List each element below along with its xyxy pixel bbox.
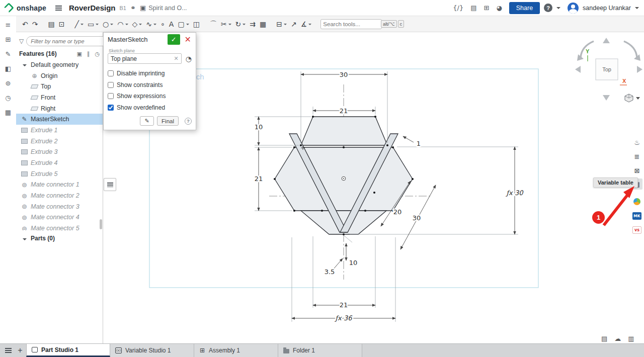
dialog-checkbox-row[interactable]: Disable imprinting (108, 68, 192, 79)
tool-caret-icon[interactable] (243, 24, 246, 27)
pattern-tool-icon[interactable]: ▦ (258, 18, 268, 31)
feature-list-icon[interactable]: ≡ (3, 19, 14, 30)
dim-30-slant[interactable]: 30 (413, 214, 421, 222)
document-tab[interactable]: Assembly 1 (194, 344, 278, 357)
main-menu-icon[interactable] (55, 6, 62, 11)
document-tab[interactable]: Folder 1 (278, 344, 362, 357)
tool-caret-icon[interactable] (284, 24, 287, 27)
user-menu-caret-icon[interactable] (635, 7, 639, 11)
layers-icon[interactable]: ≣ (631, 151, 642, 162)
close-button[interactable]: ✕ (183, 36, 193, 44)
text-tool-icon[interactable]: A (167, 18, 176, 31)
trim-tool-icon[interactable]: ✂ (219, 18, 233, 31)
rectangle-tool-icon[interactable]: ▭ (86, 18, 101, 31)
insert-image-icon[interactable]: ⊡ (57, 18, 67, 31)
top-trapezoid-profile[interactable] (301, 117, 387, 145)
app-store-icon[interactable]: ⊞ (484, 5, 489, 11)
undo-icon[interactable]: ↶ (20, 18, 30, 31)
measure-tool-icon[interactable]: ↗ (289, 18, 299, 31)
tool-caret-icon[interactable] (153, 24, 156, 27)
point-tool-icon[interactable]: ∘ (158, 18, 167, 31)
mates-icon[interactable]: ⊚ (3, 77, 14, 88)
feature-item[interactable]: Front (16, 92, 103, 103)
learning-center-icon[interactable]: ▤ (470, 5, 476, 11)
document-tab[interactable]: Part Studio 1 (26, 344, 110, 357)
dialog-checkbox[interactable] (108, 82, 114, 88)
dim-10-bottom[interactable]: 10 (349, 259, 358, 266)
configurations-icon[interactable]: ⊞ (3, 34, 14, 45)
feature-item[interactable]: Default geometry (16, 59, 103, 70)
user-name[interactable]: sandeep Urankar (583, 5, 631, 12)
screen-icon[interactable]: ▥ (628, 335, 634, 342)
tree-scrollbar-thumb[interactable] (100, 219, 102, 229)
color-wheel-icon[interactable] (631, 196, 642, 207)
dialog-checkbox[interactable] (108, 105, 114, 111)
feature-item[interactable]: Extrude 4 (16, 157, 103, 168)
tables-icon[interactable]: ▦ (3, 107, 14, 118)
sketch-profile[interactable] (275, 117, 413, 234)
tool-caret-icon[interactable] (110, 24, 113, 27)
line-tool-icon[interactable]: ╱ (72, 18, 85, 31)
tool-caret-icon[interactable] (139, 24, 142, 27)
feature-item[interactable]: Mate connector 4 (16, 212, 103, 223)
redo-icon[interactable]: ↷ (30, 18, 40, 31)
feature-item[interactable]: Origin (16, 70, 103, 81)
rotate-down-arrow-icon[interactable] (603, 95, 610, 101)
sketch-plane-field[interactable]: Top plane ✕ (108, 53, 182, 64)
dim-fx36-bottom[interactable]: ƒx 36 (335, 314, 353, 322)
parts-caret-icon[interactable] (21, 235, 28, 242)
feature-item[interactable]: Top (16, 81, 103, 92)
feature-item[interactable]: Extrude 3 (16, 147, 103, 158)
vs-app-icon[interactable]: vs (631, 224, 642, 235)
feature-item[interactable]: Extrude 1 (16, 125, 103, 136)
share-button[interactable]: Share (509, 2, 540, 14)
linked-document-tab[interactable]: ▣ Spirit and O... (140, 5, 187, 12)
tab-list-button[interactable] (2, 344, 14, 357)
dialog-checkbox[interactable] (108, 70, 114, 76)
mk-app-icon[interactable]: MK (631, 210, 642, 221)
custom-tools-icon[interactable]: ✎ (3, 48, 14, 59)
avatar[interactable] (568, 3, 579, 14)
search-tools-input[interactable] (320, 19, 382, 29)
tool-caret-icon[interactable] (125, 24, 128, 27)
print-icon[interactable]: ▤ (601, 335, 607, 342)
fountain-icon[interactable]: ♨ (631, 137, 642, 148)
suppress-icon[interactable]: ∥ (87, 51, 90, 57)
document-tab[interactable]: Variable Studio 1 (110, 344, 194, 357)
feature-item[interactable]: Mate connector 5 (16, 223, 103, 230)
tool-caret-icon[interactable] (308, 24, 311, 27)
dialog-checkbox[interactable] (108, 93, 114, 99)
feature-item[interactable]: MasterSketch (16, 114, 103, 125)
transform-tool-icon[interactable]: ↻ (233, 18, 248, 31)
clear-plane-icon[interactable]: ✕ (174, 55, 179, 62)
dim-21-bottom[interactable]: 21 (340, 301, 348, 309)
feature-item[interactable]: Mate connector 1 (16, 180, 103, 191)
dim-21-top[interactable]: 21 (340, 107, 348, 115)
dim-30-top[interactable]: 30 (340, 71, 348, 78)
dim-20-slant[interactable]: 20 (393, 208, 402, 216)
tool-caret-icon[interactable] (228, 24, 231, 27)
dialog-checkbox-row[interactable]: Show constraints (108, 79, 192, 91)
dim-10-left[interactable]: 10 (255, 123, 263, 131)
export-box-icon[interactable]: ⊠ (631, 165, 642, 176)
rotate-left-arrow-icon[interactable] (575, 66, 581, 73)
slot-tool-icon[interactable]: ▢ (176, 18, 191, 31)
add-tab-button[interactable]: + (14, 344, 26, 357)
language-icon[interactable]: ◕ (496, 5, 502, 11)
dim-3-5[interactable]: 3.5 (325, 268, 335, 276)
parts-section-header[interactable]: Parts (0) (16, 232, 103, 244)
mirror-tool-icon[interactable]: ◫ (191, 18, 202, 31)
help-button[interactable]: ? (544, 4, 552, 12)
feature-item[interactable]: Extrude 5 (16, 168, 103, 180)
offset-tool-icon[interactable]: ⇉ (248, 18, 258, 31)
construction-tool-icon[interactable]: ∡ (299, 18, 314, 31)
polygon-tool-icon[interactable]: ◇ (130, 18, 144, 31)
dim-fx30-right[interactable]: ƒx 30 (506, 189, 524, 197)
cloud-icon[interactable]: ☁ (614, 335, 621, 342)
tool-caret-icon[interactable] (80, 24, 84, 27)
fillet-tool-icon[interactable]: ⌒ (208, 18, 219, 31)
final-button[interactable]: Final (157, 116, 179, 126)
feature-item[interactable]: Mate connector 2 (16, 190, 103, 201)
sketch-sheet-icon[interactable]: ▤ (46, 18, 56, 31)
tool-caret-icon[interactable] (186, 24, 189, 27)
